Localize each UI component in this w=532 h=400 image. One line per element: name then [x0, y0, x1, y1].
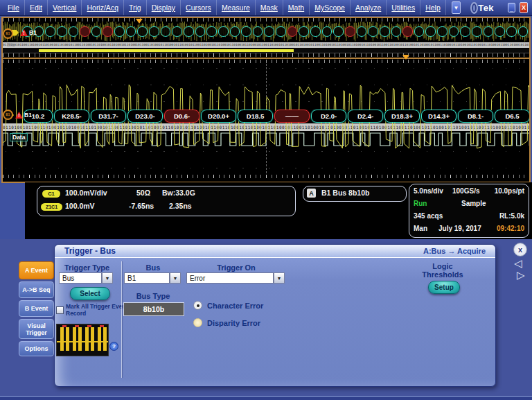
menu-myscope[interactable]: MyScope	[310, 0, 351, 15]
zoom-scale: 100.0mV	[65, 202, 95, 210]
clock: 09:42:10	[497, 225, 524, 232]
zoom-width: 2.35ns	[169, 202, 192, 210]
overview-decode-box	[402, 26, 413, 37]
menu-mask[interactable]: Mask	[256, 0, 283, 15]
bus-type-value: 8b10b	[123, 302, 184, 316]
menu-analyze[interactable]: Analyze	[351, 0, 387, 15]
menu-file[interactable]: File	[3, 0, 25, 15]
trigger-on-dropdown-icon[interactable]: ▼	[274, 272, 285, 284]
overview-decode-box	[276, 26, 286, 37]
decode-symbol-box: D2.0-	[311, 110, 346, 123]
menu-bar: FileEditVerticalHoriz/AcqTrigDisplayCurs…	[0, 0, 532, 16]
overview-decode-box	[460, 26, 470, 37]
panel-close-button[interactable]: x	[513, 243, 527, 256]
record-length: RL:5.0k	[499, 212, 524, 220]
ch1-bandwidth: Bw:33.0G	[162, 189, 195, 197]
tab-b-event[interactable]: B Event	[19, 300, 54, 317]
help-icon[interactable]: ?	[109, 342, 118, 351]
overview-decode-box	[287, 26, 298, 37]
main-trigger-marker-icon	[402, 55, 409, 60]
overview-decode-box	[391, 26, 402, 37]
overview-decode-box	[137, 26, 148, 37]
trigger-bus-panel: Trigger - Bus A:Bus → Acquire Trigger Ty…	[54, 244, 496, 387]
horizontal-readout-box[interactable]: 5.0ns/div 100GS/s 10.0ps/pt Run Sample 3…	[409, 184, 529, 238]
overview-bar-row	[3, 49, 529, 53]
menu-dropdown-button[interactable]: ▼	[452, 1, 461, 14]
ch1-badge: C1	[42, 190, 60, 198]
overview-decode-box	[449, 26, 459, 37]
overview-decode-box	[425, 26, 436, 37]
overview-bottom-ticks	[3, 53, 529, 57]
menu-math[interactable]: Math	[283, 0, 310, 15]
acq-count: 345 acqs	[414, 212, 443, 220]
trigger-on-select[interactable]: Error	[186, 272, 274, 284]
disparity-error-radio[interactable]	[193, 318, 202, 327]
panel-nav-left-icon[interactable]: ◁	[514, 258, 522, 268]
ch1-scale: 100.0mV/div	[65, 189, 107, 197]
trigger-source-box[interactable]: A B1 Bus 8b10b	[303, 186, 407, 202]
logic-thresholds-label-2: Thresholds	[415, 270, 470, 279]
decode-symbol-box: D0.6-	[164, 110, 200, 123]
decode-symbol-box: D2.4-	[348, 110, 383, 123]
overview-decode-box	[126, 26, 136, 37]
overview-bits-strip: 0110100101100110100101101001011010010110…	[3, 42, 529, 48]
bus-dropdown-icon[interactable]: ▼	[170, 272, 181, 284]
tab-a-event[interactable]: A Event	[19, 261, 54, 279]
panel-nav-right-icon[interactable]: ▷	[517, 270, 525, 280]
overview-decode-box	[437, 26, 447, 37]
pattern-pulse	[98, 327, 107, 351]
overview-decode-box	[518, 26, 528, 37]
overview-decode-box	[184, 26, 194, 37]
decode-symbol-box: K28.5-	[54, 110, 89, 123]
vertical-readout-box[interactable]: C1 100.0mV/div 50Ω Bw:33.0G Z1C1 100.0mV…	[37, 186, 296, 216]
mark-all-checkbox[interactable]	[56, 306, 64, 314]
overview-decode-box	[368, 26, 378, 37]
menu-display[interactable]: Display	[147, 0, 181, 15]
trigger-type-select[interactable]: Bus	[59, 272, 102, 284]
trigger-type-dropdown-icon[interactable]: ▼	[102, 272, 113, 284]
overview-bus-marker: B1	[3, 28, 13, 39]
panel-divider	[121, 261, 122, 378]
sample-rate: 100GS/s	[452, 187, 479, 195]
menu-horizacq[interactable]: Horiz/Acq	[82, 0, 124, 15]
tekscope-app: { "window": {"brand": "Tek", "minimize":…	[0, 0, 532, 400]
zoom-region-bar[interactable]	[39, 49, 294, 52]
overview-decode-box	[161, 26, 171, 37]
character-error-radio[interactable]	[193, 301, 202, 310]
menu-measure[interactable]: Measure	[217, 0, 256, 15]
minimize-button[interactable]: _	[508, 3, 515, 12]
decode-symbol-box: D18.5	[238, 110, 273, 123]
overview-decode-box	[172, 26, 182, 37]
tab-a-b-seq[interactable]: A->B Seq	[19, 281, 54, 298]
main-bus-marker: B1	[3, 110, 13, 120]
overview-decode-box	[333, 26, 344, 37]
overview-decode-box	[206, 26, 217, 37]
trigger-tabs: A EventA->B SeqB EventVisual TriggerOpti…	[19, 261, 54, 356]
tek-brand: Tek	[478, 3, 494, 13]
menu-utilities[interactable]: Utilities	[387, 0, 420, 15]
overview-decode-box	[414, 26, 425, 37]
overview-decode-box	[45, 26, 55, 37]
overview-decode-box	[380, 26, 390, 37]
menu-vertical[interactable]: Vertical	[48, 0, 82, 15]
overview-decode-box	[57, 26, 67, 37]
menu-edit[interactable]: Edit	[25, 0, 48, 15]
panel-title-bar: Trigger - Bus A:Bus → Acquire	[55, 245, 495, 258]
menu-cursors[interactable]: Cursors	[181, 0, 217, 15]
bus-type-label: Bus Type	[123, 292, 183, 300]
overview-bus-label: ! B1	[12, 29, 37, 36]
menu-trig[interactable]: Trig	[124, 0, 147, 15]
bus-select[interactable]: B1	[124, 272, 170, 284]
overview-decode-box	[253, 26, 263, 37]
close-button[interactable]: X	[520, 2, 528, 13]
overview-decode-box	[506, 26, 517, 37]
decode-symbol-box: D23.0-	[127, 110, 163, 123]
logic-thresholds-setup-button[interactable]: Setup	[428, 281, 460, 294]
select-button[interactable]: Select	[70, 287, 110, 300]
tab-options[interactable]: Options	[19, 341, 54, 356]
menu-help[interactable]: Help	[420, 0, 446, 15]
disparity-error-label: Disparity Error	[207, 319, 260, 327]
tab-visual-trigger[interactable]: Visual Trigger	[19, 319, 54, 339]
overview-decode-box	[357, 26, 367, 37]
warning-icon: !	[15, 112, 23, 119]
